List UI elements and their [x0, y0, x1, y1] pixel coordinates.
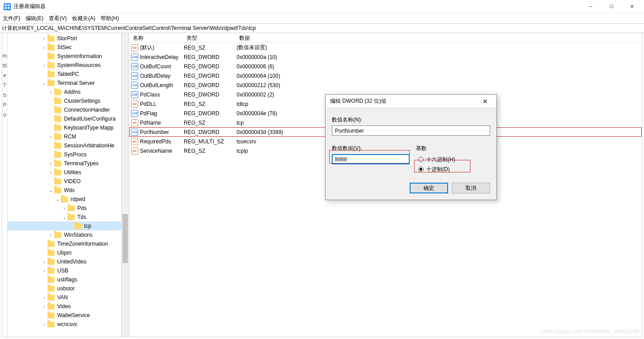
value-row-interactivedelay[interactable]: 110InteractiveDelayREG_DWORD0x0000000a (…: [129, 52, 642, 62]
menu-file[interactable]: 文件(F): [3, 15, 20, 22]
dword-icon: 110: [131, 110, 138, 117]
expand-icon[interactable]: [48, 160, 54, 167]
tree-node-connectionhandler[interactable]: ConnectionHandler: [8, 105, 129, 114]
tree-node-video[interactable]: Video: [8, 302, 129, 311]
tree-node-label: ConnectionHandler: [63, 107, 111, 113]
expand-icon[interactable]: [61, 214, 68, 220]
expand-icon[interactable]: [41, 294, 47, 301]
tree-node-label: StSec: [56, 44, 72, 50]
value-type: REG_DWORD: [184, 92, 237, 98]
expand-icon[interactable]: [41, 303, 47, 310]
address-bar[interactable]: 计算机\HKEY_LOCAL_MACHINE\SYSTEM\CurrentCon…: [0, 23, 644, 33]
dialog-title-bar[interactable]: 编辑 DWORD (32 位)值 ✕: [326, 95, 496, 108]
radio-hex[interactable]: 十六进制(H): [418, 155, 488, 164]
column-data[interactable]: 数据: [236, 33, 642, 42]
expand-icon[interactable]: [41, 268, 47, 274]
menu-help[interactable]: 帮助(H): [101, 15, 119, 22]
tree-node-van[interactable]: VAN: [8, 293, 129, 302]
minimize-button[interactable]: ─: [580, 0, 601, 13]
expand-icon[interactable]: [41, 62, 47, 68]
maximize-button[interactable]: ☐: [601, 0, 622, 13]
tree-node-sysprocs[interactable]: SysProcs: [8, 150, 129, 159]
tree-node-terminal-server[interactable]: Terminal Server: [8, 79, 129, 88]
expand-icon[interactable]: [41, 44, 47, 50]
tree-node-walletservice[interactable]: WalletService: [8, 311, 129, 320]
tree-node-sessionarbitrationhe[interactable]: SessionArbitrationHe: [8, 141, 129, 150]
tree-node-usbstor[interactable]: usbstor: [8, 284, 129, 293]
value-name: PdFlag: [140, 110, 184, 117]
tree-node-terminaltypes[interactable]: TerminalTypes: [8, 159, 129, 168]
radio-dec[interactable]: 十进制(D): [418, 164, 488, 174]
tree-node-wds[interactable]: Wds: [8, 186, 129, 195]
tree-node-clustersettings[interactable]: ClusterSettings: [8, 96, 129, 105]
tree-node-stsec[interactable]: StSec: [8, 43, 129, 52]
tree-node-usbflags[interactable]: usbflags: [8, 275, 129, 284]
expand-icon[interactable]: [48, 134, 54, 140]
tree-scrollbar[interactable]: [121, 33, 129, 337]
expand-icon[interactable]: [48, 89, 54, 95]
tree-node-label: Video: [56, 303, 72, 310]
expand-icon[interactable]: [41, 259, 47, 265]
expand-icon: [41, 241, 47, 247]
column-name[interactable]: 名称: [129, 33, 183, 42]
expand-icon[interactable]: [48, 232, 54, 238]
app-icon: [4, 3, 11, 10]
tree-pane[interactable]: StorPortStSecSystemInformationSystemReso…: [8, 33, 129, 337]
tree-node-keyboardtype-mapp[interactable]: KeyboardType Mapp: [8, 123, 129, 132]
input-value-data[interactable]: [332, 154, 410, 164]
value-data: (数值未设置): [237, 44, 642, 51]
tree-node-rcm[interactable]: RCM: [8, 132, 129, 141]
folder-icon: [47, 241, 55, 247]
expand-icon[interactable]: [61, 205, 68, 211]
menu-edit[interactable]: 编辑(E): [25, 15, 43, 22]
folder-icon: [47, 304, 55, 310]
dialog-close-button[interactable]: ✕: [479, 98, 492, 105]
tree-node-label: WalletService: [56, 312, 91, 318]
tree-node-timezoneinformation[interactable]: TimeZoneInformation: [8, 239, 129, 248]
tree-node-rdpwd[interactable]: rdpwd: [8, 195, 129, 204]
menu-view[interactable]: 查看(V): [49, 15, 67, 22]
value-row--[interactable]: ab(默认)REG_SZ(数值未设置): [129, 43, 642, 52]
value-name: InteractiveDelay: [140, 54, 184, 60]
expand-icon[interactable]: [48, 169, 54, 176]
value-row-outbufcount[interactable]: 110OutBufCountREG_DWORD0x00000006 (6): [129, 62, 642, 71]
expand-icon: [48, 116, 54, 122]
value-row-outbuflength[interactable]: 110OutBufLengthREG_DWORD0x00000212 (530): [129, 80, 642, 90]
close-button[interactable]: ✕: [622, 0, 642, 13]
tree-node-video[interactable]: VIDEO: [8, 177, 129, 186]
folder-icon: [47, 286, 55, 292]
expand-icon[interactable]: [55, 196, 61, 202]
tree-node-label: usbflags: [56, 276, 78, 283]
tree-node-utilities[interactable]: Utilities: [8, 168, 129, 177]
tree-node-pds[interactable]: Pds: [8, 204, 129, 213]
tree-node-usb[interactable]: USB: [8, 266, 129, 275]
column-type[interactable]: 类型: [183, 33, 236, 42]
tree-node-storport[interactable]: StorPort: [8, 34, 129, 43]
input-value-name[interactable]: [332, 126, 490, 136]
tree-node-wcncsvc[interactable]: wcncsvc: [8, 320, 129, 329]
tree-node-tcp[interactable]: tcp: [8, 222, 129, 230]
menu-bar: 文件(F) 编辑(E) 查看(V) 收藏夹(A) 帮助(H): [0, 13, 644, 23]
scrollbar-thumb[interactable]: [123, 214, 128, 263]
content: mttieTbPo StorPortStSecSystemInformation…: [2, 33, 642, 337]
tree-node-systeminformation[interactable]: SystemInformation: [8, 52, 129, 61]
tree-node-tds[interactable]: Tds: [8, 213, 129, 222]
menu-favorites[interactable]: 收藏夹(A): [72, 15, 95, 22]
label-base: 基数: [416, 145, 490, 152]
tree-node-winstations[interactable]: WinStations: [8, 230, 129, 239]
tree-node-ubpm[interactable]: Ubpm: [8, 248, 129, 257]
tree-node-addins[interactable]: AddIns: [8, 88, 129, 96]
expand-icon[interactable]: [48, 187, 54, 193]
expand-icon[interactable]: [41, 321, 47, 327]
value-row-outbufdelay[interactable]: 110OutBufDelayREG_DWORD0x00000064 (100): [129, 71, 642, 80]
expand-icon[interactable]: [41, 80, 47, 86]
folder-icon: [54, 152, 61, 158]
tree-node-tabletpc[interactable]: TabletPC: [8, 70, 129, 79]
ok-button[interactable]: 确定: [410, 183, 448, 193]
tree-node-systemresources[interactable]: SystemResources: [8, 61, 129, 70]
tree-node-unitedvideo[interactable]: UnitedVideo: [8, 257, 129, 266]
value-type: REG_DWORD: [184, 54, 237, 60]
tree-node-defaultuserconfigura[interactable]: DefaultUserConfigura: [8, 114, 129, 123]
cancel-button[interactable]: 取消: [452, 183, 490, 193]
expand-icon[interactable]: [41, 35, 47, 42]
